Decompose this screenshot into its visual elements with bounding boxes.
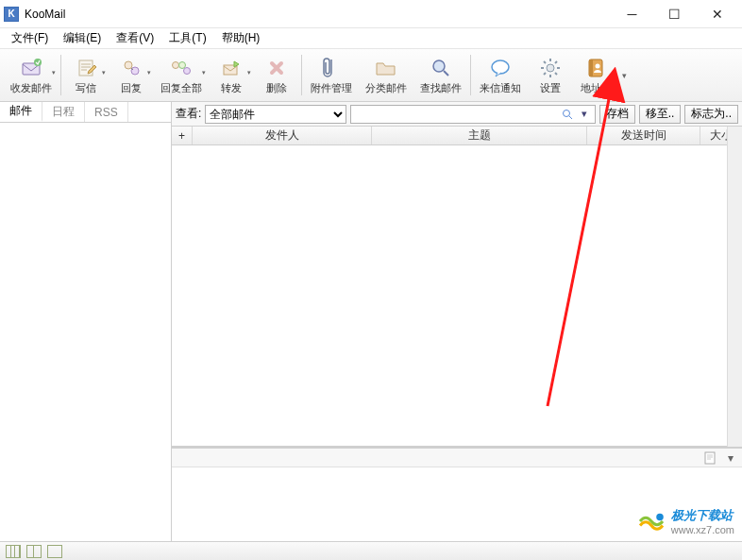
menu-file[interactable]: 文件(F) xyxy=(4,28,56,48)
svg-point-5 xyxy=(173,61,179,68)
addressbook-icon xyxy=(583,56,608,80)
sidebar: 邮件 日程 RSS xyxy=(0,102,172,541)
minimize-button[interactable]: ─ xyxy=(611,1,653,27)
search-input[interactable] xyxy=(353,108,558,121)
title-bar: K KooMail ─ ☐ ✕ xyxy=(0,0,742,28)
status-bar xyxy=(0,541,742,560)
tab-mail[interactable]: 邮件 xyxy=(0,102,42,122)
svg-point-26 xyxy=(656,514,664,521)
markas-button[interactable]: 标志为.. xyxy=(684,105,738,124)
window-controls: ─ ☐ ✕ xyxy=(611,1,738,27)
column-from[interactable]: 发件人 xyxy=(193,127,372,144)
svg-rect-21 xyxy=(589,59,593,76)
menu-tool[interactable]: 工具(T) xyxy=(161,28,213,48)
svg-rect-2 xyxy=(79,60,93,76)
menu-help[interactable]: 帮助(H) xyxy=(214,28,268,48)
svg-line-18 xyxy=(555,61,557,63)
content-area: 查看: 全部邮件 ▾ 存档 移至.. 标志为.. + 发件人 主题 发送时间 大… xyxy=(172,102,742,541)
close-button[interactable]: ✕ xyxy=(696,1,738,27)
toolbar-expand[interactable]: ▾ xyxy=(618,51,630,99)
notify-button[interactable]: 来信通知 xyxy=(473,51,528,99)
sidebar-body xyxy=(0,123,171,541)
menu-view[interactable]: 查看(V) xyxy=(109,28,161,48)
sidebar-tabs: 邮件 日程 RSS xyxy=(0,102,171,123)
layout-columns-icon[interactable] xyxy=(6,545,21,558)
layout-single-icon[interactable] xyxy=(47,545,62,558)
watermark-icon xyxy=(637,507,666,535)
vertical-scrollbar[interactable] xyxy=(727,127,742,447)
main-area: 邮件 日程 RSS 查看: 全部邮件 ▾ 存档 移至.. 标志为.. xyxy=(0,102,742,541)
svg-rect-24 xyxy=(705,452,715,464)
preview-toolbar: ▾ xyxy=(172,449,742,467)
svg-line-16 xyxy=(544,61,546,63)
delete-button[interactable]: 删除 xyxy=(254,51,299,99)
receive-button[interactable]: 收发邮件 ▾ xyxy=(4,51,59,99)
settings-button[interactable]: 设置 xyxy=(528,51,573,99)
filter-bar: 查看: 全部邮件 ▾ 存档 移至.. 标志为.. xyxy=(172,102,742,127)
toolbar-divider xyxy=(470,55,471,95)
toolbar-divider xyxy=(60,55,61,95)
list-header: + 发件人 主题 发送时间 大小 xyxy=(172,127,742,145)
svg-point-22 xyxy=(596,63,600,68)
watermark-brand: 极光下载站 xyxy=(671,508,733,522)
svg-line-19 xyxy=(544,73,546,75)
toolbar: 收发邮件 ▾ 写信 ▾ 回复 ▾ 回复全部 ▾ 转发 ▾ 删除 xyxy=(0,49,742,102)
forward-button[interactable]: 转发 ▾ xyxy=(209,51,254,99)
menu-edit[interactable]: 编辑(E) xyxy=(56,28,109,48)
archive-button[interactable]: 存档 xyxy=(599,105,635,124)
search-icon[interactable] xyxy=(559,109,576,120)
reply-button[interactable]: 回复 ▾ xyxy=(109,51,154,99)
list-body[interactable] xyxy=(172,145,742,447)
search-dropdown[interactable]: ▾ xyxy=(576,108,593,120)
reply-icon xyxy=(119,56,143,80)
preview-dropdown-icon[interactable]: ▾ xyxy=(723,451,738,465)
svg-point-9 xyxy=(433,60,445,72)
search-box[interactable]: ▾ xyxy=(350,105,595,124)
find-button[interactable]: 查找邮件 xyxy=(413,51,468,99)
view-label: 查看: xyxy=(176,106,201,122)
chat-bubble-icon xyxy=(488,56,513,80)
svg-line-17 xyxy=(555,73,557,75)
view-select[interactable]: 全部邮件 xyxy=(205,105,346,124)
reply-all-icon xyxy=(169,56,194,80)
window-title: KooMail xyxy=(25,8,611,21)
svg-point-7 xyxy=(184,67,191,74)
addressbook-button[interactable]: 地址簿 xyxy=(573,51,618,99)
moveto-button[interactable]: 移至.. xyxy=(639,105,682,124)
svg-point-10 xyxy=(492,60,509,74)
column-subject[interactable]: 主题 xyxy=(372,127,587,144)
column-expand[interactable]: + xyxy=(172,127,193,144)
search-icon xyxy=(429,56,453,80)
toolbar-divider xyxy=(301,55,302,95)
svg-point-23 xyxy=(563,110,569,116)
watermark-url: www.xz7.com xyxy=(671,524,734,535)
compose-button[interactable]: 写信 ▾ xyxy=(63,51,109,99)
svg-point-11 xyxy=(547,64,554,72)
svg-point-3 xyxy=(125,61,132,69)
forward-icon xyxy=(219,56,244,80)
message-list: + 发件人 主题 发送时间 大小 xyxy=(172,127,742,447)
tab-calendar[interactable]: 日程 xyxy=(42,102,85,122)
column-date[interactable]: 发送时间 xyxy=(587,127,700,144)
preview-page-icon[interactable] xyxy=(702,451,717,465)
folder-icon xyxy=(374,56,398,80)
app-icon: K xyxy=(4,7,19,22)
compose-icon xyxy=(74,56,98,80)
svg-point-6 xyxy=(179,61,186,68)
delete-icon xyxy=(264,56,289,80)
gear-icon xyxy=(538,56,563,80)
reply-all-button[interactable]: 回复全部 ▾ xyxy=(154,51,209,99)
attachment-button[interactable]: 附件管理 xyxy=(304,51,359,99)
menu-bar: 文件(F) 编辑(E) 查看(V) 工具(T) 帮助(H) xyxy=(0,28,742,49)
tab-rss[interactable]: RSS xyxy=(85,102,128,122)
classify-button[interactable]: 分类邮件 xyxy=(359,51,413,99)
mail-sync-icon xyxy=(19,56,43,80)
watermark: 极光下载站 www.xz7.com xyxy=(637,507,734,535)
layout-split-icon[interactable] xyxy=(26,545,42,558)
svg-point-4 xyxy=(131,67,139,75)
attachment-icon xyxy=(319,56,344,80)
maximize-button[interactable]: ☐ xyxy=(653,1,696,27)
